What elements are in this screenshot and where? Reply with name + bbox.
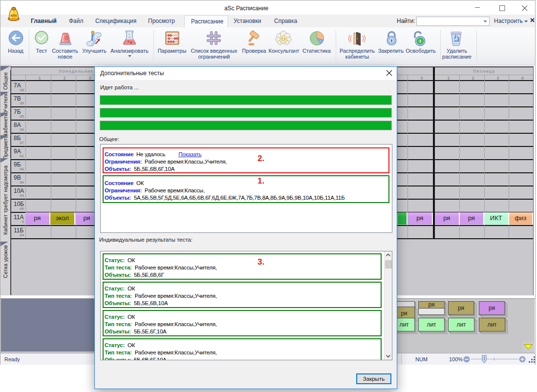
svg-text:aSc: aSc <box>10 13 17 18</box>
